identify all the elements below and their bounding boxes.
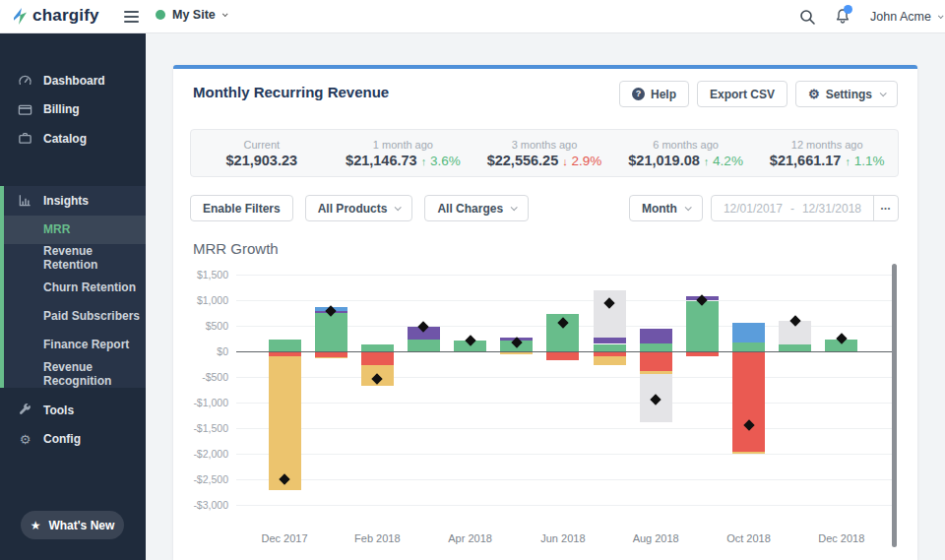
gridline [236,377,892,378]
stat-3-months-ago: 3 months ago $22,556.25↓ 2.9% [473,130,615,176]
stat-6-months-ago: 6 months ago $21,019.08↑ 4.2% [615,130,757,176]
gridline [236,275,892,276]
bar-segment-new-business[interactable] [594,344,626,352]
y-tick-label: -$500 [158,371,228,383]
sidebar: Dashboard Billing Catalog Insights MRR R… [0,33,146,560]
stat-value: $21,146.73↑ 3.6% [346,153,461,168]
mrr-stats-bar: Current $21,903.23 1 month ago $21,146.7… [190,129,899,177]
y-tick-label: $1,000 [158,294,228,306]
wrench-icon [18,403,32,417]
site-selector[interactable]: My Site [156,8,226,22]
help-button[interactable]: ? Help [619,81,689,107]
bar-segment-new-business[interactable] [686,301,719,352]
hamburger-menu-icon[interactable] [124,11,139,23]
panel-header: Monthly Recurring Revenue ? Help Export … [173,69,917,116]
stat-value: $21,019.08↑ 4.2% [628,153,743,168]
y-tick-label: -$1,500 [158,422,228,434]
star-icon: ★ [31,519,41,532]
site-name: My Site [172,8,216,22]
chart-title: MRR Growth [193,240,279,257]
sidebar-insights-group: Insights MRR Revenue Retention Churn Ret… [0,186,146,388]
enable-filters-button[interactable]: Enable Filters [190,195,293,221]
down-arrow-icon: ↓ [562,156,568,167]
gauge-icon [18,73,32,88]
x-tick-label: Apr 2018 [431,532,510,544]
x-tick-label: Feb 2018 [338,532,416,544]
date-range-group: 12/01/2017 - 12/31/2018 ••• [711,195,899,221]
stat-value: $21,903.23 [226,153,298,168]
user-name: John Acme [870,10,931,24]
site-status-dot [156,10,165,20]
sidebar-item-paid-subscribers[interactable]: Paid Subscribers [4,301,146,330]
export-csv-button[interactable]: Export CSV [697,81,788,107]
sidebar-item-insights[interactable]: Insights [4,186,146,216]
stat-current: Current $21,903.23 [191,130,333,176]
y-tick-label: -$3,000 [158,499,228,511]
chevron-down-icon [395,204,402,211]
gridline [236,454,892,455]
up-arrow-icon: ↑ [421,156,427,167]
bar-segment-churn[interactable] [732,351,765,452]
zero-line [236,351,892,352]
x-tick-label: Aug 2018 [616,532,695,544]
date-more-button[interactable]: ••• [873,196,898,220]
chevron-down-icon [880,90,887,96]
whats-new-button[interactable]: ★ What's New [21,511,124,539]
bar-segment-new-business[interactable] [732,342,765,351]
bar-segment-reactivation[interactable] [732,323,765,342]
sidebar-item-dashboard[interactable]: Dashboard [0,66,146,95]
interval-dropdown[interactable]: Month [629,195,703,221]
bar-segment-downgrades[interactable] [500,352,533,354]
sidebar-item-config[interactable]: ⚙ Config [0,425,146,455]
chevron-down-icon [222,11,228,17]
date-range-input[interactable]: 12/01/2017 - 12/31/2018 [712,196,873,220]
sidebar-item-catalog[interactable]: Catalog [0,124,146,154]
gridline [236,403,892,404]
briefcase-icon [18,131,32,146]
bar-segment-downgrades[interactable] [315,357,347,358]
bar-segment-churn[interactable] [640,351,672,371]
charges-dropdown[interactable]: All Charges [424,195,529,221]
bar-chart-icon [18,193,32,208]
up-arrow-icon: ↑ [704,156,710,167]
y-tick-label: -$1,000 [158,397,228,408]
notifications-bell-icon[interactable] [835,8,850,29]
y-tick-label: $1,500 [158,269,228,280]
stat-value: $21,661.17↑ 1.1% [770,153,885,168]
question-mark-icon: ? [632,88,645,100]
bar-segment-downgrades[interactable] [269,356,301,490]
filter-toolbar: Enable Filters All Products All Charges … [190,195,899,221]
search-icon[interactable] [799,9,816,30]
stat-1-month-ago: 1 month ago $21,146.73↑ 3.6% [333,130,474,176]
bar-segment-churn[interactable] [361,351,394,365]
sidebar-item-revenue-retention[interactable]: Revenue Retention [4,244,146,273]
chargify-logo-icon [13,7,28,26]
bar-segment-churn[interactable] [546,351,579,360]
gear-icon: ⚙ [18,432,32,447]
sidebar-item-billing[interactable]: Billing [0,95,146,125]
sidebar-item-revenue-recognition[interactable]: Revenue Recognition [4,359,146,388]
x-tick-label: Oct 2018 [710,532,788,544]
logo-wordmark: chargify [32,6,99,26]
bar-segment-downgrades[interactable] [594,356,626,365]
bar-segment-new-business[interactable] [408,340,440,351]
products-dropdown[interactable]: All Products [305,195,413,221]
bar-segment-new-business[interactable] [269,340,301,351]
bar-segment-new-business[interactable] [315,313,347,351]
vertical-scrollbar[interactable] [892,264,897,547]
user-menu[interactable]: John Acme [870,10,942,24]
bar-segment-new-business[interactable] [779,344,811,351]
bar-segment-downgrades[interactable] [732,452,765,454]
sidebar-item-churn-retention[interactable]: Churn Retention [4,273,146,301]
chevron-down-icon [511,204,518,211]
sidebar-item-finance-report[interactable]: Finance Report [4,331,146,359]
sidebar-item-mrr[interactable]: MRR [4,216,146,244]
bar-segment-upgrades[interactable] [594,338,626,343]
page-title: Monthly Recurring Revenue [193,84,389,100]
settings-button[interactable]: ⚙ Settings [795,81,898,107]
bar-segment-upgrades[interactable] [640,329,672,344]
chargify-logo[interactable]: chargify [13,6,99,26]
sidebar-item-tools[interactable]: Tools [0,396,146,425]
bar-segment-new-business[interactable] [361,344,394,351]
bar-segment-new-business[interactable] [640,343,672,351]
